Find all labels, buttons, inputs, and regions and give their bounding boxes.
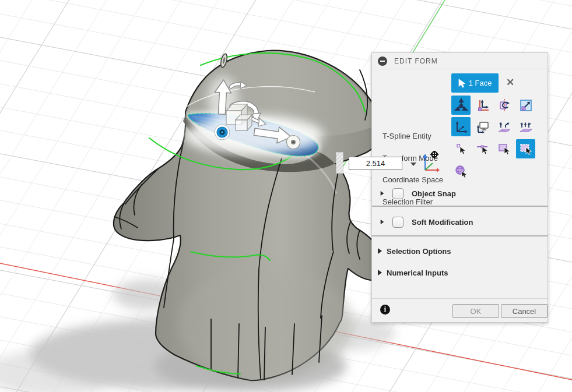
soft-modification-checkbox[interactable] (392, 217, 403, 228)
all-filter-icon (518, 142, 534, 157)
coord-per-entity-button[interactable] (516, 117, 535, 136)
chip-label: 1 Face (469, 79, 492, 87)
collapse-icon[interactable] (378, 56, 387, 66)
body-filter-icon (454, 164, 469, 179)
transform-move-axes-button[interactable] (473, 96, 492, 115)
coord-local-button[interactable] (494, 117, 514, 136)
filter-face-button[interactable] (494, 139, 514, 158)
move-axes-icon (475, 98, 490, 113)
vertex-filter-icon (454, 142, 469, 157)
view-screen-icon (475, 119, 490, 135)
world-axes-icon (454, 119, 469, 135)
cursor-icon (458, 79, 466, 88)
white-point-handle[interactable] (287, 136, 300, 149)
edge-filter-icon (475, 142, 490, 157)
soft-modification-label: Soft Modification (412, 218, 473, 227)
selection-options-section[interactable]: Selection Options (378, 245, 548, 257)
tspline-selection-chip[interactable]: 1 Face (451, 73, 499, 93)
object-snap-checkbox[interactable] (392, 188, 403, 199)
soft-modification-row: Soft Modification (372, 214, 548, 229)
ok-button[interactable]: OK (452, 304, 499, 318)
filter-all-button[interactable] (516, 139, 535, 158)
translate-icon (454, 98, 469, 113)
transform-scale-button[interactable] (516, 96, 535, 115)
tspline-entity-label: T-Spline Entity (382, 132, 431, 140)
soft-modification-expand-icon[interactable] (381, 220, 384, 224)
selection-options-expand-icon[interactable] (378, 248, 382, 254)
widget-drag-handle[interactable] (336, 152, 343, 174)
scale-icon (518, 98, 534, 113)
filter-body-button[interactable] (451, 161, 471, 181)
object-snap-expand-icon[interactable] (381, 191, 384, 196)
dialog-title: EDIT FORM (394, 57, 438, 65)
move-cross-icon (431, 151, 438, 158)
transform-value-input[interactable] (349, 157, 402, 170)
edit-form-dialog: EDIT FORM T-Spline Entity 1 Face ✕ Trans… (371, 52, 548, 323)
divider (372, 235, 548, 236)
coord-world-button[interactable] (451, 117, 471, 136)
blue-point-handle[interactable] (215, 125, 230, 140)
transform-rotate-button[interactable] (494, 96, 514, 115)
transform-translate-button[interactable] (451, 96, 471, 115)
object-snap-row: Object Snap (372, 186, 548, 201)
value-dropdown-button[interactable] (409, 160, 418, 168)
selection-options-label: Selection Options (387, 247, 451, 256)
face-filter-icon (497, 142, 512, 157)
numerical-inputs-expand-icon[interactable] (378, 270, 382, 276)
numerical-inputs-label: Numerical Inputs (387, 269, 448, 277)
rotate-icon (497, 98, 512, 113)
filter-vertex-button[interactable] (451, 139, 471, 158)
dialog-header[interactable]: EDIT FORM (372, 53, 548, 69)
local-plane-icon (497, 119, 512, 135)
cancel-button[interactable]: Cancel (501, 304, 548, 318)
numerical-inputs-section[interactable]: Numerical Inputs (378, 267, 548, 278)
coord-view-button[interactable] (473, 117, 492, 136)
coordinate-space-label: Coordinate Space (382, 175, 443, 184)
info-icon[interactable]: i (380, 305, 390, 315)
per-entity-plane-icon (518, 119, 534, 135)
clear-selection-icon[interactable]: ✕ (504, 76, 517, 89)
footer-separator (372, 298, 548, 299)
divider (372, 206, 548, 207)
object-snap-label: Object Snap (412, 189, 456, 198)
triad-move-icon[interactable] (420, 151, 440, 173)
filter-edge-button[interactable] (473, 139, 492, 158)
